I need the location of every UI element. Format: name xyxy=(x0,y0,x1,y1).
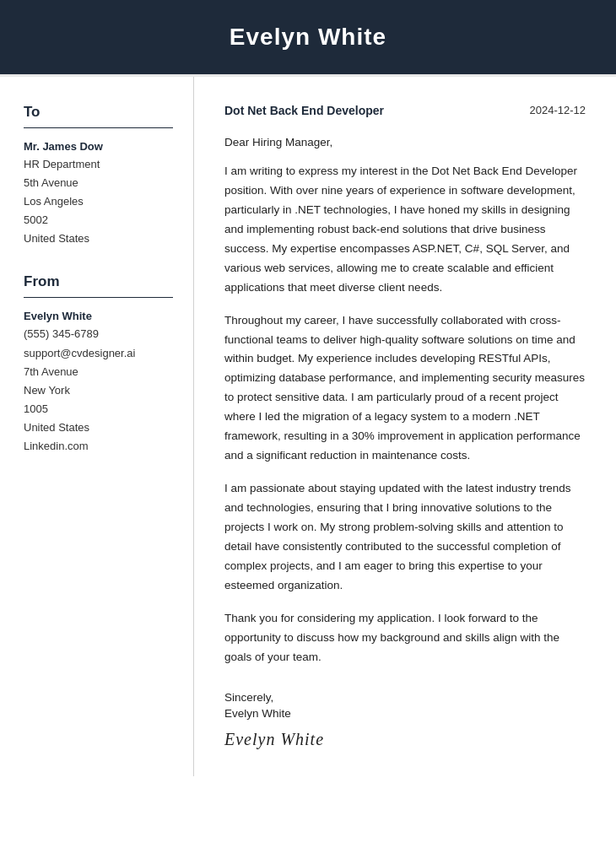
letter-signature: Evelyn White xyxy=(224,730,586,749)
letter-date: 2024-12-12 xyxy=(530,104,586,116)
from-section: From Evelyn White (555) 345-6789 support… xyxy=(24,273,173,456)
sender-email: support@cvdesigner.ai xyxy=(24,344,173,363)
recipient-country: United States xyxy=(24,230,173,248)
sender-zip: 1005 xyxy=(24,400,173,418)
sender-name: Evelyn White xyxy=(24,310,173,322)
recipient-address1: 5th Avenue xyxy=(24,174,173,192)
sender-city: New York xyxy=(24,381,173,400)
letter-paragraph-4: Thank you for considering my application… xyxy=(224,609,586,667)
header-name: Evelyn White xyxy=(17,24,599,51)
letter-job-title: Dot Net Back End Developer xyxy=(224,104,384,117)
to-divider xyxy=(24,127,173,128)
sender-address1: 7th Avenue xyxy=(24,363,173,381)
sender-country: United States xyxy=(24,418,173,437)
sender-phone: (555) 345-6789 xyxy=(24,325,173,343)
letter-header-row: Dot Net Back End Developer 2024-12-12 xyxy=(224,104,586,117)
recipient-zip: 5002 xyxy=(24,211,173,230)
to-title: To xyxy=(24,104,173,121)
letter-paragraph-3: I am passionate about staying updated wi… xyxy=(224,479,586,596)
sender-linkedin: Linkedin.com xyxy=(24,437,173,456)
recipient-company: HR Department xyxy=(24,155,173,174)
from-divider xyxy=(24,297,173,298)
page: Evelyn White To Mr. James Dow HR Departm… xyxy=(0,0,616,864)
recipient-name: Mr. James Dow xyxy=(24,140,173,153)
to-section: To Mr. James Dow HR Department 5th Avenu… xyxy=(24,104,173,248)
letter-sign-name: Evelyn White xyxy=(224,707,586,720)
main-content: To Mr. James Dow HR Department 5th Avenu… xyxy=(0,77,616,776)
from-title: From xyxy=(24,273,173,290)
recipient-city: Los Angeles xyxy=(24,192,173,211)
letter-closing: Sincerely, xyxy=(224,691,586,704)
letter-paragraph-2: Throughout my career, I have successfull… xyxy=(224,311,586,467)
header: Evelyn White xyxy=(0,0,616,74)
letter-paragraph-1: I am writing to express my interest in t… xyxy=(224,162,586,298)
sidebar: To Mr. James Dow HR Department 5th Avenu… xyxy=(0,77,194,776)
letter-greeting: Dear Hiring Manager, xyxy=(224,136,586,148)
letter-body: Dot Net Back End Developer 2024-12-12 De… xyxy=(194,77,616,776)
